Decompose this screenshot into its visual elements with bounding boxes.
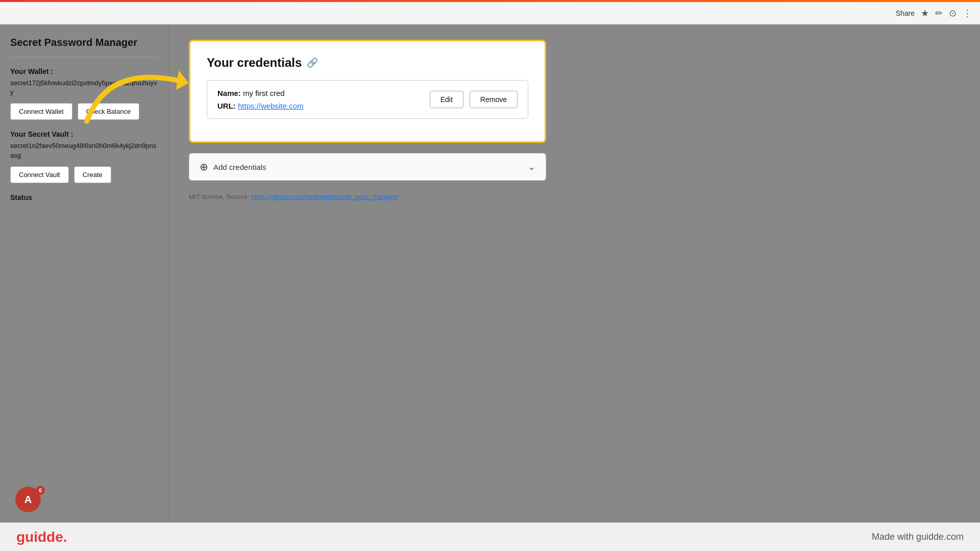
- vault-btn-row: Connect Vault Create: [10, 166, 158, 183]
- share-label: Share: [896, 9, 915, 17]
- content-area: Your credentials 🔗 Name: my first cred U…: [168, 24, 980, 522]
- wallet-label: Your Wallet :: [10, 67, 158, 76]
- license-link[interactable]: https://github.com/jeugregg/secret_pass_…: [251, 193, 399, 201]
- chevron-down-icon: ⌄: [528, 161, 535, 172]
- credential-name-value: my first cred: [243, 89, 285, 97]
- bottom-bar: guidde. Made with guidde.com: [0, 522, 980, 551]
- svg-marker-0: [176, 70, 189, 90]
- check-balance-button[interactable]: Check Balance: [78, 103, 139, 120]
- guidde-logo: guidde.: [16, 529, 67, 545]
- credential-name: Name: my first cred: [217, 89, 430, 97]
- wallet-value: secret172j5kfvwkudzl2cpxtmdy5pxes8azqfuu…: [10, 79, 158, 97]
- create-button[interactable]: Create: [74, 166, 111, 183]
- wallet-btn-row: Connect Wallet Check Balance: [10, 103, 158, 120]
- more-icon[interactable]: ⋮: [963, 8, 972, 19]
- credential-info: Name: my first cred URL: https://website…: [217, 89, 430, 110]
- connect-wallet-button[interactable]: Connect Wallet: [10, 103, 72, 120]
- sidebar-title: Secret Password Manager: [10, 37, 158, 48]
- sidebar-divider: [10, 57, 158, 57]
- credentials-card: Your credentials 🔗 Name: my first cred U…: [189, 40, 546, 143]
- credential-url: URL: https://website.com: [217, 102, 430, 110]
- license-text: MIT license, Source: https://github.com/…: [189, 193, 960, 201]
- link-icon: 🔗: [307, 57, 318, 68]
- sidebar: Secret Password Manager Your Wallet : se…: [0, 24, 168, 522]
- vault-label: Your Secret Vault :: [10, 130, 158, 138]
- status-label: Status: [10, 193, 158, 202]
- toolbar: Share ★ ✏ ⊙ ⋮: [0, 2, 980, 24]
- avatar-container: A 6: [15, 487, 44, 515]
- edit-icon[interactable]: ✏: [935, 8, 943, 19]
- add-credentials-label: Add credentials: [213, 163, 266, 171]
- add-credentials-row[interactable]: ⊕ Add credentials ⌄: [189, 153, 546, 181]
- vault-value: secret1n2faev50meug48l6sn0h0m6k4ykj2dn9p…: [10, 141, 158, 160]
- license-label: MIT license, Source:: [189, 193, 249, 201]
- credentials-title: Your credentials 🔗: [207, 56, 528, 70]
- connect-vault-button[interactable]: Connect Vault: [10, 166, 69, 183]
- remove-button[interactable]: Remove: [470, 91, 518, 108]
- credential-url-link[interactable]: https://website.com: [238, 102, 303, 110]
- add-credentials-left: ⊕ Add credentials: [200, 161, 266, 173]
- credential-item: Name: my first cred URL: https://website…: [207, 80, 528, 119]
- avatar-badge: 6: [36, 486, 45, 495]
- add-icon: ⊕: [200, 161, 208, 173]
- credential-actions: Edit Remove: [430, 91, 518, 108]
- github-icon[interactable]: ⊙: [949, 8, 957, 19]
- edit-button[interactable]: Edit: [430, 91, 463, 108]
- main-layout: Secret Password Manager Your Wallet : se…: [0, 24, 980, 522]
- star-icon[interactable]: ★: [921, 8, 929, 19]
- made-with-text: Made with guidde.com: [872, 532, 964, 542]
- share-button[interactable]: Share: [896, 9, 915, 17]
